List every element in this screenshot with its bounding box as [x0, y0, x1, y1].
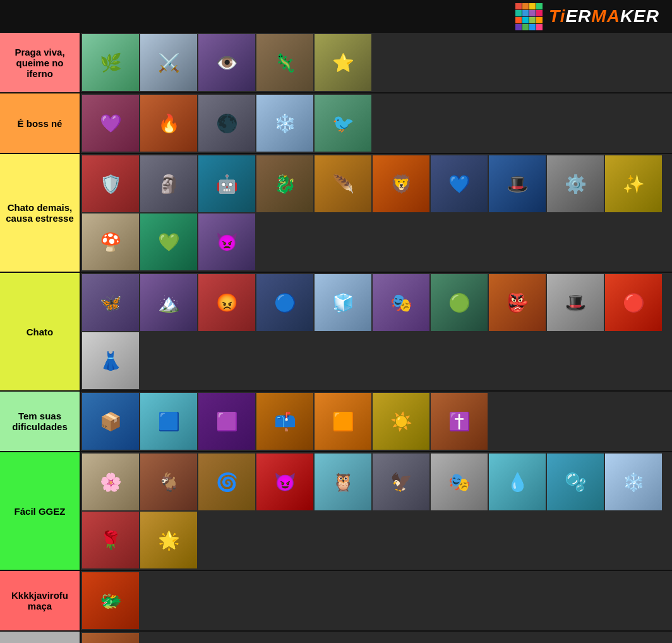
item-c7[interactable]: 🟢 [431, 274, 488, 331]
item-b5[interactable]: 🪶 [315, 155, 371, 212]
item-visual: ❄️ [256, 95, 313, 152]
item-visual: ❄️ [605, 454, 662, 510]
logo-cell [536, 17, 543, 23]
item-d5[interactable]: 🟧 [315, 393, 371, 450]
item-d1[interactable]: 📦 [82, 393, 139, 450]
item-c11[interactable]: 👗 [82, 332, 139, 389]
tier-label-tier-f: Kkkkjavirofu maça [0, 571, 81, 630]
item-e9[interactable]: 🫧 [547, 454, 604, 510]
item-visual: 😡 [198, 274, 255, 331]
item-s3[interactable]: 👁️ [198, 34, 255, 91]
item-c2[interactable]: 🏔️ [140, 274, 197, 331]
tier-row-tier-b: Chato demais, causa estresse🛡️🗿🤖🐉🪶🦁💙🎩⚙️✨… [0, 154, 672, 273]
item-d4[interactable]: 📫 [256, 393, 313, 450]
item-e4[interactable]: 😈 [256, 454, 313, 510]
item-e5[interactable]: 🦉 [315, 454, 371, 510]
logo-cell [522, 17, 529, 23]
tier-label-tier-d: Tem suas dificuldades [0, 392, 81, 451]
item-g1[interactable]: ⛩️ [82, 633, 139, 643]
tier-items-tier-c: 🦋🏔️😡🔵🧊🎭🟢👺🎩🔴👗 [81, 273, 672, 390]
item-visual: 🔥 [140, 95, 197, 152]
tier-row-tier-c: Chato🦋🏔️😡🔵🧊🎭🟢👺🎩🔴👗 [0, 273, 672, 392]
item-visual: 💜 [82, 95, 139, 152]
item-s5[interactable]: ⭐ [315, 34, 371, 91]
item-a5[interactable]: 🐦 [315, 95, 371, 152]
item-b4[interactable]: 🐉 [256, 155, 313, 212]
item-b3[interactable]: 🤖 [198, 155, 255, 212]
item-e8[interactable]: 💧 [489, 454, 546, 510]
tier-label-tier-a: É boss né [0, 93, 81, 153]
item-visual: 🎭 [431, 454, 488, 510]
item-a3[interactable]: 🌑 [198, 95, 255, 152]
item-visual: ⭐ [315, 34, 371, 91]
item-c10[interactable]: 🔴 [605, 274, 662, 331]
item-visual: 🎭 [373, 274, 429, 331]
item-visual: 🟦 [140, 393, 197, 450]
logo-cell [529, 3, 536, 9]
item-c8[interactable]: 👺 [489, 274, 546, 331]
item-visual: 👁️ [198, 34, 255, 91]
item-visual: 💚 [140, 213, 197, 270]
item-b13[interactable]: 👿 [198, 213, 255, 270]
item-visual: 🌸 [82, 454, 139, 510]
item-c9[interactable]: 🎩 [547, 274, 604, 331]
item-f1[interactable]: 🐲 [82, 572, 139, 629]
item-a1[interactable]: 💜 [82, 95, 139, 152]
item-b2[interactable]: 🗿 [140, 155, 197, 212]
item-e11[interactable]: 🌹 [82, 512, 139, 568]
item-b10[interactable]: ✨ [605, 155, 662, 212]
tier-row-tier-s: Praga viva, queime no iferno🌿⚔️👁️🦎⭐ [0, 33, 672, 93]
item-d6[interactable]: ☀️ [373, 393, 429, 450]
item-visual: 🦅 [373, 454, 429, 510]
item-visual: ✨ [605, 155, 662, 212]
header: TiERMAKER [0, 0, 672, 33]
item-c5[interactable]: 🧊 [315, 274, 371, 331]
item-b11[interactable]: 🍄 [82, 213, 139, 270]
item-visual: 🍄 [82, 213, 139, 270]
item-visual: 🦉 [315, 454, 371, 510]
item-visual: 😈 [256, 454, 313, 510]
tier-items-tier-s: 🌿⚔️👁️🦎⭐ [81, 33, 672, 92]
item-d3[interactable]: 🟪 [198, 393, 255, 450]
item-d2[interactable]: 🟦 [140, 393, 197, 450]
item-visual: 🛡️ [82, 155, 139, 212]
item-b6[interactable]: 🦁 [373, 155, 429, 212]
item-c3[interactable]: 😡 [198, 274, 255, 331]
item-visual: 🐐 [140, 454, 197, 510]
item-c6[interactable]: 🎭 [373, 274, 429, 331]
logo-cell [529, 10, 536, 16]
item-e7[interactable]: 🎭 [431, 454, 488, 510]
item-c4[interactable]: 🔵 [256, 274, 313, 331]
item-e2[interactable]: 🐐 [140, 454, 197, 510]
item-e1[interactable]: 🌸 [82, 454, 139, 510]
item-s1[interactable]: 🌿 [82, 34, 139, 91]
item-visual: 🟪 [198, 393, 255, 450]
item-s2[interactable]: ⚔️ [140, 34, 197, 91]
item-b12[interactable]: 💚 [140, 213, 197, 270]
item-c1[interactable]: 🦋 [82, 274, 139, 331]
item-visual: 🐉 [256, 155, 313, 212]
logo-cell [536, 24, 543, 30]
item-s4[interactable]: 🦎 [256, 34, 313, 91]
logo-cell [515, 24, 522, 30]
item-b1[interactable]: 🛡️ [82, 155, 139, 212]
item-e12[interactable]: 🌟 [140, 512, 197, 568]
item-b8[interactable]: 🎩 [489, 155, 546, 212]
item-d7[interactable]: ✝️ [431, 393, 488, 450]
item-visual: 🌟 [140, 512, 197, 568]
item-visual: ✝️ [431, 393, 488, 450]
item-b9[interactable]: ⚙️ [547, 155, 604, 212]
item-a4[interactable]: ❄️ [256, 95, 313, 152]
tier-items-tier-d: 📦🟦🟪📫🟧☀️✝️ [81, 392, 672, 451]
item-visual: 📫 [256, 393, 313, 450]
item-visual: 👺 [489, 274, 546, 331]
item-b7[interactable]: 💙 [431, 155, 488, 212]
item-visual: 🐦 [315, 95, 371, 152]
item-visual: ☀️ [373, 393, 429, 450]
item-visual: 🌑 [198, 95, 255, 152]
item-a2[interactable]: 🔥 [140, 95, 197, 152]
item-visual: 🦁 [373, 155, 429, 212]
item-e6[interactable]: 🦅 [373, 454, 429, 510]
item-e3[interactable]: 🌀 [198, 454, 255, 510]
item-e10[interactable]: ❄️ [605, 454, 662, 510]
